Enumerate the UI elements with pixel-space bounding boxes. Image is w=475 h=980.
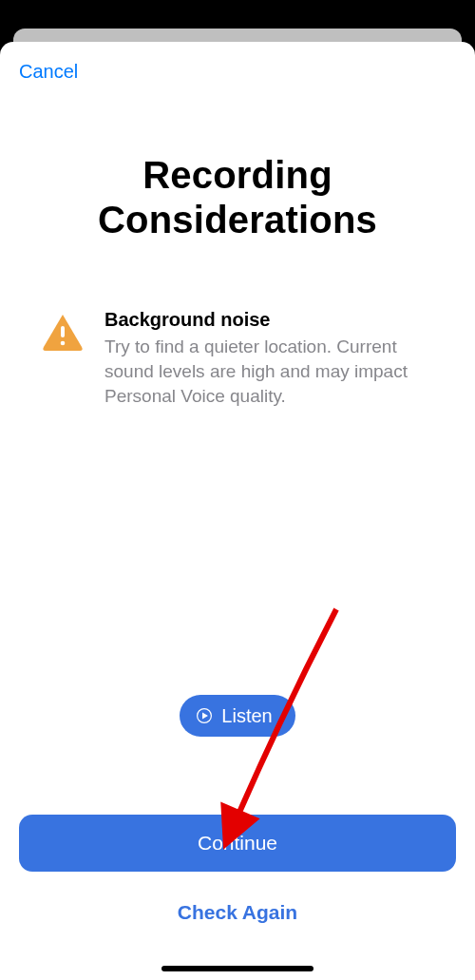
svg-rect-0 xyxy=(61,326,65,337)
check-again-button[interactable]: Check Again xyxy=(19,887,456,938)
listen-button[interactable]: Listen xyxy=(180,695,294,737)
modal-sheet: Cancel Recording Considerations Backgrou… xyxy=(0,42,475,980)
consideration-body: Try to find a quieter location. Current … xyxy=(104,335,448,408)
footer-buttons: Continue Check Again xyxy=(0,815,475,980)
nav-bar: Cancel xyxy=(0,42,475,86)
listen-label: Listen xyxy=(221,705,272,727)
consideration-row: Background noise Try to find a quieter l… xyxy=(0,242,475,408)
flex-spacer xyxy=(0,408,475,695)
continue-button[interactable]: Continue xyxy=(19,815,456,872)
warning-icon xyxy=(42,313,84,351)
title-block: Recording Considerations xyxy=(0,86,475,242)
page-title: Recording Considerations xyxy=(28,153,446,242)
play-icon xyxy=(197,708,212,723)
consideration-heading: Background noise xyxy=(104,309,448,331)
svg-point-1 xyxy=(61,341,66,346)
listen-wrap: Listen xyxy=(0,695,475,737)
consideration-text: Background noise Try to find a quieter l… xyxy=(104,309,448,408)
home-indicator xyxy=(162,966,314,971)
cancel-button[interactable]: Cancel xyxy=(19,57,78,86)
